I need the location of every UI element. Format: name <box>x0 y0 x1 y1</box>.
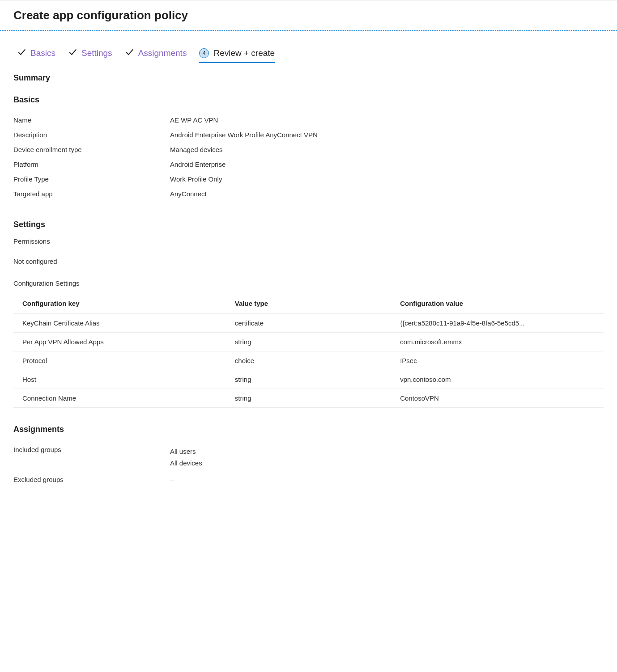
settings-heading: Settings <box>13 220 604 229</box>
field-row: Included groups All users All devices <box>13 442 604 472</box>
cell-type: choice <box>226 351 391 370</box>
basics-heading: Basics <box>13 95 604 105</box>
page-header: Create app configuration policy <box>0 0 617 31</box>
field-row: Device enrollment type Managed devices <box>13 142 604 157</box>
cell-key: Host <box>13 370 226 389</box>
field-row: Platform Android Enterprise <box>13 157 604 172</box>
field-row: Excluded groups -- <box>13 472 604 487</box>
field-label: Device enrollment type <box>13 146 170 153</box>
check-icon <box>68 48 77 58</box>
col-header-value: Configuration value <box>391 295 604 314</box>
cell-key: Connection Name <box>13 389 226 408</box>
step-basics[interactable]: Basics <box>17 48 55 58</box>
table-row: Host string vpn.contoso.com <box>13 370 604 389</box>
table-row: Connection Name string ContosoVPN <box>13 389 604 408</box>
step-label: Basics <box>30 48 55 58</box>
cell-value: vpn.contoso.com <box>391 370 604 389</box>
assignments-heading: Assignments <box>13 425 604 434</box>
cell-key: Per App VPN Allowed Apps <box>13 333 226 351</box>
field-label: Platform <box>13 161 170 168</box>
field-row: Profile Type Work Profile Only <box>13 172 604 186</box>
step-label: Settings <box>81 48 112 58</box>
field-value: AE WP AC VPN <box>170 116 218 124</box>
excluded-groups-value: -- <box>170 476 174 483</box>
step-review-create[interactable]: 4 Review + create <box>199 48 275 63</box>
included-group-item: All users <box>170 446 202 457</box>
table-row: Protocol choice IPsec <box>13 351 604 370</box>
summary-heading: Summary <box>13 73 604 83</box>
included-groups-value: All users All devices <box>170 446 202 469</box>
cell-key: Protocol <box>13 351 226 370</box>
cell-type: certificate <box>226 314 391 333</box>
excluded-groups-label: Excluded groups <box>13 476 170 483</box>
check-icon <box>17 48 26 58</box>
field-row: Name AE WP AC VPN <box>13 113 604 127</box>
field-label: Targeted app <box>13 190 170 198</box>
table-row: Per App VPN Allowed Apps string com.micr… <box>13 333 604 351</box>
field-row: Targeted app AnyConnect <box>13 186 604 201</box>
page-title: Create app configuration policy <box>13 8 604 22</box>
field-value: AnyConnect <box>170 190 207 198</box>
step-label: Assignments <box>138 48 187 58</box>
field-label: Profile Type <box>13 175 170 183</box>
cell-value: {{cert:a5280c11-91a9-4f5e-8fa6-5e5cd5... <box>391 314 604 333</box>
col-header-key: Configuration key <box>13 295 226 314</box>
cell-key: KeyChain Certificate Alias <box>13 314 226 333</box>
step-number-badge: 4 <box>199 48 209 58</box>
field-value: Android Enterprise Work Profile AnyConne… <box>170 131 318 139</box>
field-label: Name <box>13 116 170 124</box>
step-settings[interactable]: Settings <box>68 48 112 58</box>
table-row: KeyChain Certificate Alias certificate {… <box>13 314 604 333</box>
cell-type: string <box>226 370 391 389</box>
col-header-type: Value type <box>226 295 391 314</box>
basics-fields: Name AE WP AC VPN Description Android En… <box>13 113 604 201</box>
field-value: Managed devices <box>170 146 223 153</box>
step-label: Review + create <box>213 48 275 58</box>
field-value: Work Profile Only <box>170 175 222 183</box>
field-value: Android Enterprise <box>170 161 226 168</box>
table-header-row: Configuration key Value type Configurati… <box>13 295 604 314</box>
config-settings-table: Configuration key Value type Configurati… <box>13 295 604 408</box>
field-row: Description Android Enterprise Work Prof… <box>13 127 604 142</box>
config-settings-heading: Configuration Settings <box>13 279 604 287</box>
field-label: Description <box>13 131 170 139</box>
permissions-value: Not configured <box>13 258 604 265</box>
included-group-item: All devices <box>170 457 202 469</box>
cell-value: ContosoVPN <box>391 389 604 408</box>
permissions-label: Permissions <box>13 237 604 245</box>
cell-type: string <box>226 389 391 408</box>
cell-type: string <box>226 333 391 351</box>
included-groups-label: Included groups <box>13 446 170 453</box>
check-icon <box>125 48 134 58</box>
wizard-stepper: Basics Settings Assignments 4 Review + c… <box>13 31 604 63</box>
cell-value: com.microsoft.emmx <box>391 333 604 351</box>
step-assignments[interactable]: Assignments <box>125 48 187 58</box>
cell-value: IPsec <box>391 351 604 370</box>
